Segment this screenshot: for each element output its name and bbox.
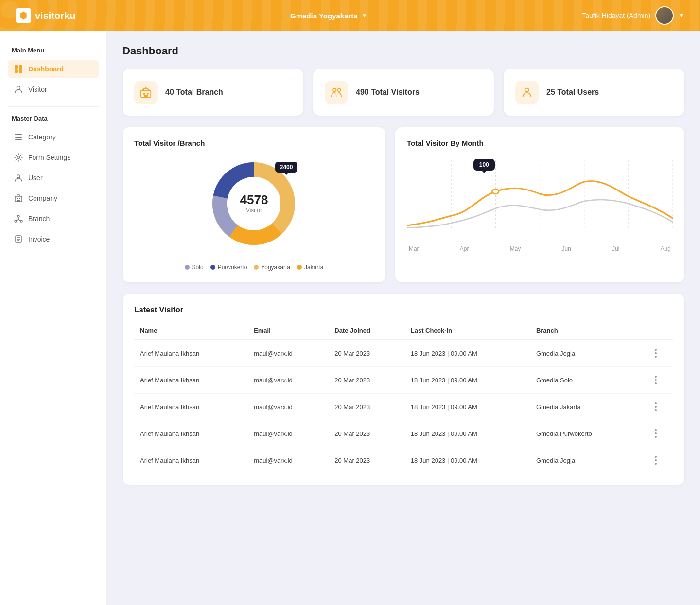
row-menu-button[interactable] xyxy=(644,427,667,440)
sidebar-item-category[interactable]: Category xyxy=(8,128,99,146)
donut-container: 4578 Visitor 2400 Solo Purwokerto xyxy=(134,155,374,271)
sidebar-divider xyxy=(8,106,99,107)
user-icon xyxy=(14,173,23,183)
stat-card-branch: 40 Total Branch xyxy=(122,69,303,116)
cell-email: maul@varx.id xyxy=(248,420,329,447)
users-stat-icon xyxy=(515,81,539,104)
sidebar-invoice-label: Invoice xyxy=(28,235,50,243)
sidebar: Main Menu Dashboard Visitor xyxy=(0,31,107,605)
visitor-table: Name Email Date Joined Last Check-in Bra… xyxy=(134,322,673,473)
sidebar-item-dashboard[interactable]: Dashboard xyxy=(8,60,99,78)
stat-card-visitors: 490 Total Visitors xyxy=(313,69,494,116)
donut-tooltip: 2400 xyxy=(275,162,298,173)
table-title: Latest Visitor xyxy=(134,306,673,314)
donut-sublabel: Visitor xyxy=(240,207,268,214)
donut-legend: Solo Purwokerto Yogyakarta Jakarta xyxy=(185,264,324,271)
sidebar-item-invoice[interactable]: Invoice xyxy=(8,230,99,248)
cell-name: Arief Maulana Ikhsan xyxy=(134,394,248,420)
sidebar-item-form-settings[interactable]: Form Settings xyxy=(8,148,99,167)
branch-icon xyxy=(14,214,23,224)
donut-chart-title: Total Visitor /Branch xyxy=(134,139,374,147)
table-row: Arief Maulana Ikhsan maul@varx.id 20 Mar… xyxy=(134,447,673,474)
donut-wrapper: 4578 Visitor 2400 xyxy=(205,155,302,252)
invoice-icon xyxy=(14,234,23,244)
svg-point-25 xyxy=(525,88,528,92)
legend-dot-jakarta xyxy=(297,265,302,270)
x-label-jun: Jun xyxy=(562,245,571,252)
line-chart-card: Total Visitor By Month xyxy=(395,127,684,282)
table-row: Arief Maulana Ikhsan maul@varx.id 20 Mar… xyxy=(134,394,673,420)
donut-center: 4578 Visitor xyxy=(240,193,268,214)
cell-last-checkin: 18 Jun 2023 | 09.00 AM xyxy=(405,367,530,394)
company-selector[interactable]: Gmedia Yogyakarta ▼ xyxy=(290,12,368,20)
cell-branch: Gmedia Purwokerto xyxy=(530,420,639,447)
svg-rect-22 xyxy=(144,95,147,98)
legend-dot-solo xyxy=(185,265,190,270)
svg-rect-1 xyxy=(19,65,22,69)
sidebar-form-settings-label: Form Settings xyxy=(28,154,70,161)
svg-point-9 xyxy=(18,156,20,159)
col-actions xyxy=(638,322,673,340)
svg-rect-14 xyxy=(17,200,20,202)
sidebar-company-label: Company xyxy=(28,194,57,202)
user-menu[interactable]: Taufik Hidayat (Admin) ▼ xyxy=(582,6,684,25)
branch-stat-icon xyxy=(134,81,158,104)
branch-stat-label: 40 Total Branch xyxy=(165,88,223,97)
legend-yogyakarta: Yogyakarta xyxy=(254,264,290,271)
legend-solo: Solo xyxy=(185,264,204,271)
sidebar-item-user[interactable]: User xyxy=(8,169,99,187)
cell-actions[interactable] xyxy=(638,420,673,447)
cell-email: maul@varx.id xyxy=(248,367,329,394)
sidebar-item-company[interactable]: Company xyxy=(8,189,99,207)
cell-email: maul@varx.id xyxy=(248,447,329,474)
cell-last-checkin: 18 Jun 2023 | 09.00 AM xyxy=(405,340,530,367)
app-layout: Main Menu Dashboard Visitor xyxy=(0,31,700,605)
legend-dot-yogyakarta xyxy=(254,265,259,270)
row-menu-button[interactable] xyxy=(644,454,667,467)
main-content: Dashboard 40 Total Branch xyxy=(107,31,700,605)
svg-rect-2 xyxy=(15,69,18,73)
svg-rect-0 xyxy=(15,65,18,69)
cell-name: Arief Maulana Ikhsan xyxy=(134,420,248,447)
donut-chart-card: Total Visitor /Branch xyxy=(122,127,385,282)
sidebar-item-visitor[interactable]: Visitor xyxy=(8,80,99,99)
cell-date-joined: 20 Mar 2023 xyxy=(329,367,405,394)
legend-purwokerto: Purwokerto xyxy=(210,264,247,271)
settings-icon xyxy=(14,153,23,162)
sidebar-user-label: User xyxy=(28,174,43,182)
x-label-jul: Jul xyxy=(612,245,619,252)
x-label-may: May xyxy=(510,245,521,252)
table-row: Arief Maulana Ikhsan maul@varx.id 20 Mar… xyxy=(134,340,673,367)
stat-card-users: 25 Total Users xyxy=(504,69,684,116)
cell-last-checkin: 18 Jun 2023 | 09.00 AM xyxy=(405,420,530,447)
legend-label-yogyakarta: Yogyakarta xyxy=(261,264,290,271)
line-chart-area: 100 xyxy=(407,155,673,242)
table-row: Arief Maulana Ikhsan maul@varx.id 20 Mar… xyxy=(134,367,673,394)
legend-label-jakarta: Jakarta xyxy=(304,264,323,271)
company-name: Gmedia Yogyakarta xyxy=(290,12,358,20)
sidebar-item-branch[interactable]: Branch xyxy=(8,209,99,228)
page-title: Dashboard xyxy=(122,45,684,57)
svg-rect-6 xyxy=(15,137,22,138)
cell-actions[interactable] xyxy=(638,367,673,394)
sidebar-dashboard-label: Dashboard xyxy=(28,65,64,73)
line-chart-tooltip: 100 xyxy=(473,159,495,171)
cell-email: maul@varx.id xyxy=(248,394,329,420)
dashboard-icon xyxy=(14,64,23,74)
cell-actions[interactable] xyxy=(638,340,673,367)
row-menu-button[interactable] xyxy=(644,374,667,386)
cell-actions[interactable] xyxy=(638,447,673,474)
row-menu-button[interactable] xyxy=(644,400,667,413)
cell-last-checkin: 18 Jun 2023 | 09.00 AM xyxy=(405,447,530,474)
sidebar-category-label: Category xyxy=(28,133,56,141)
cell-branch: Gmedia Jogja xyxy=(530,340,639,367)
visitors-stat-icon xyxy=(325,81,348,104)
row-menu-button[interactable] xyxy=(644,347,667,360)
legend-jakarta: Jakarta xyxy=(297,264,323,271)
legend-label-solo: Solo xyxy=(192,264,204,271)
cell-date-joined: 20 Mar 2023 xyxy=(329,340,405,367)
legend-dot-purwokerto xyxy=(210,265,215,270)
cell-branch: Gmedia Solo xyxy=(530,367,639,394)
cell-actions[interactable] xyxy=(638,394,673,420)
table-row: Arief Maulana Ikhsan maul@varx.id 20 Mar… xyxy=(134,420,673,447)
